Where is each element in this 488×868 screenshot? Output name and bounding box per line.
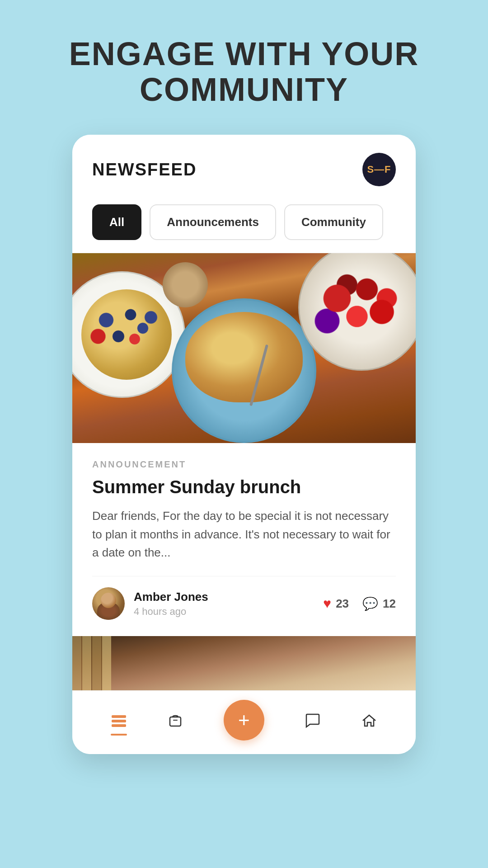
filter-announcements-button[interactable]: Announcements [150,204,276,240]
post-stats: ♥ 23 💬 12 [323,596,396,611]
nav-home-item[interactable] [361,712,377,733]
fab-button[interactable]: + [224,700,264,741]
nav-feed-indicator [111,734,127,736]
home-icon [361,712,377,733]
bookshelf-visual [72,636,416,690]
post-excerpt: Dear friends, For the day to be special … [92,507,396,561]
post-hero-image [72,253,416,443]
feed-icon [111,713,127,732]
filter-all-button[interactable]: All [92,204,141,240]
hero-title: ENGAGE WITH YOUR COMMUNITY [0,36,488,108]
post-title[interactable]: Summer Sunday brunch [92,476,396,498]
author-info: Amber Jones 4 hours ago [92,587,208,620]
nav-feed-item[interactable] [111,713,127,732]
author-row: Amber Jones 4 hours ago ♥ 23 💬 12 [92,576,396,636]
post-category: ANNOUNCEMENT [92,459,396,470]
bottom-nav: + [72,690,416,754]
nav-chat-item[interactable] [305,712,321,733]
app-header: NEWSFEED S—F [72,135,416,200]
blueberries [86,298,167,353]
svg-rect-2 [112,724,126,727]
fruits-overlay [307,262,407,353]
food-item-2 [185,312,303,402]
author-avatar[interactable] [92,587,125,620]
user-avatar-button[interactable]: S—F [362,153,396,186]
author-name: Amber Jones [134,590,208,604]
svg-rect-1 [112,720,126,722]
likes-count: 23 [336,597,349,611]
heart-icon: ♥ [323,596,331,611]
likes-stat[interactable]: ♥ 23 [323,596,349,611]
author-time: 4 hours ago [134,606,208,618]
svg-rect-0 [112,715,126,718]
svg-rect-3 [170,717,181,726]
comments-stat[interactable]: 💬 12 [362,596,396,611]
svg-rect-4 [173,720,178,721]
post-content: ANNOUNCEMENT Summer Sunday brunch Dear f… [72,443,416,636]
author-details: Amber Jones 4 hours ago [134,590,208,618]
second-post-preview[interactable] [72,636,416,690]
coffee-cup [163,262,208,307]
shop-icon [167,712,183,733]
food-visual [72,253,416,443]
app-title: NEWSFEED [92,160,197,179]
phone-card: NEWSFEED S—F All Announcements Community… [72,135,416,754]
filter-community-button[interactable]: Community [284,204,383,240]
filter-bar: All Announcements Community [72,200,416,253]
chat-icon [305,712,321,733]
comment-icon: 💬 [362,596,378,611]
comments-count: 12 [383,597,396,611]
nav-shop-item[interactable] [167,712,183,733]
